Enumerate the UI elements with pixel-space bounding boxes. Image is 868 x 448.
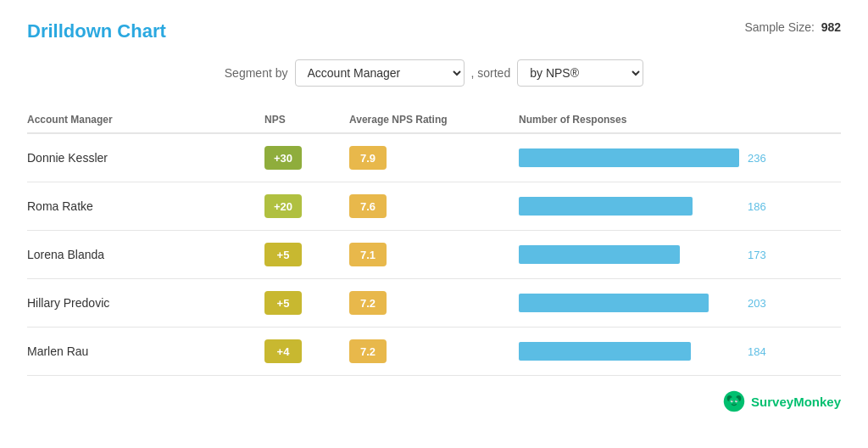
cell-avg-4: 7.2 [349,339,519,363]
cell-nps-0: +30 [264,146,349,170]
table-row: Marlen Rau +4 7.2 184 [27,328,841,376]
bar-container-2 [519,245,739,264]
nps-badge-0: +30 [264,146,302,170]
sort-select[interactable]: by NPS® by Name by Responses [517,59,643,87]
sorted-label: , sorted [471,66,511,80]
sample-size-value: 982 [821,20,841,34]
segment-by-select[interactable]: Account Manager Region Product [295,59,465,87]
bar-2 [519,245,680,264]
bar-0 [519,148,739,167]
bar-count-0: 236 [748,152,773,165]
cell-name-3: Hillary Predovic [27,296,264,310]
cell-nps-3: +5 [264,291,349,315]
table-body: Donnie Kessler +30 7.9 236 Roma Ratke +2… [27,134,841,376]
bar-3 [519,294,709,312]
bar-count-2: 173 [748,249,773,261]
footer-row: SurveyMonkey [27,389,841,413]
sample-size: Sample Size: 982 [744,20,841,34]
col-nps: NPS [264,114,349,126]
controls-row: Segment by Account Manager Region Produc… [27,59,841,87]
bar-count-1: 186 [748,200,773,213]
cell-avg-0: 7.9 [349,146,519,170]
bar-count-4: 184 [748,345,773,358]
svg-point-3 [729,397,739,407]
table-row: Roma Ratke +20 7.6 186 [27,182,841,231]
cell-nps-1: +20 [264,194,349,218]
cell-responses-0: 236 [519,148,841,167]
cell-responses-4: 184 [519,342,841,361]
avg-badge-3: 7.2 [349,291,387,315]
col-avg-nps: Average NPS Rating [349,114,519,126]
nps-badge-2: +5 [264,243,302,266]
table-row: Hillary Predovic +5 7.2 203 [27,279,841,328]
nps-badge-1: +20 [264,194,302,218]
cell-avg-2: 7.1 [349,243,519,266]
col-account-manager: Account Manager [27,114,264,126]
cell-nps-4: +4 [264,339,349,363]
chart-title: Drilldown Chart [27,20,166,42]
bar-container-4 [519,342,739,361]
sample-size-label: Sample Size: [744,20,814,34]
avg-badge-0: 7.9 [349,146,387,170]
data-table: Account Manager NPS Average NPS Rating N… [27,107,841,376]
surveymonkey-icon [722,389,746,413]
surveymonkey-logo: SurveyMonkey [722,389,841,413]
bar-container-1 [519,197,739,216]
main-container: Drilldown Chart Sample Size: 982 Segment… [0,0,868,448]
avg-badge-2: 7.1 [349,243,387,266]
bar-1 [519,197,693,216]
avg-badge-1: 7.6 [349,194,387,218]
svg-point-7 [736,400,737,401]
segment-by-label: Segment by [225,66,288,80]
cell-name-0: Donnie Kessler [27,151,264,165]
cell-responses-3: 203 [519,294,841,312]
bar-count-3: 203 [748,297,773,310]
col-responses: Number of Responses [519,114,841,126]
avg-badge-4: 7.2 [349,339,387,363]
table-header: Account Manager NPS Average NPS Rating N… [27,107,841,134]
bar-container-0 [519,148,739,167]
logo-text: SurveyMonkey [751,395,841,409]
nps-badge-4: +4 [264,339,302,363]
cell-nps-2: +5 [264,243,349,266]
cell-name-4: Marlen Rau [27,344,264,358]
cell-responses-1: 186 [519,197,841,216]
cell-avg-1: 7.6 [349,194,519,218]
table-row: Lorena Blanda +5 7.1 173 [27,231,841,279]
cell-name-2: Lorena Blanda [27,248,264,261]
nps-badge-3: +5 [264,291,302,315]
header-row: Drilldown Chart Sample Size: 982 [27,20,841,42]
cell-avg-3: 7.2 [349,291,519,315]
table-row: Donnie Kessler +30 7.9 236 [27,134,841,182]
bar-4 [519,342,691,361]
svg-point-8 [732,402,736,404]
cell-responses-2: 173 [519,245,841,264]
svg-point-6 [732,400,732,401]
cell-name-1: Roma Ratke [27,199,264,213]
bar-container-3 [519,294,739,312]
